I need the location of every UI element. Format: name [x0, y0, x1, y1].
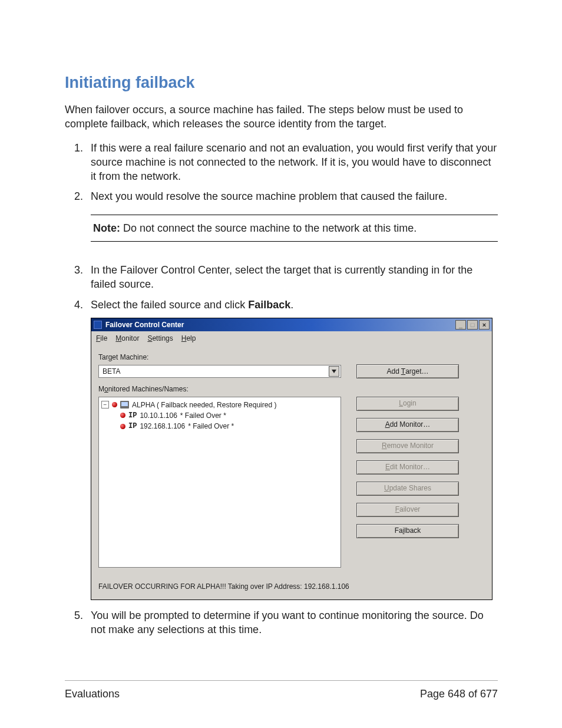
tree-ip1-value: 10.10.1.106: [140, 411, 177, 420]
step-2: Next you would resolve the source machin…: [86, 189, 498, 242]
ip-icon: IP: [128, 411, 137, 420]
note-label: Note:: [93, 222, 120, 234]
menu-bar: File Monitor Settings Help: [91, 331, 492, 345]
tree-root-alpha[interactable]: − ALPHA ( Failback needed, Restore Requi…: [100, 400, 339, 410]
step-4-bold: Failback: [248, 299, 290, 311]
ip-icon: IP: [128, 421, 137, 431]
app-icon: [94, 321, 102, 329]
footer-right: Page 648 of 677: [420, 688, 498, 700]
step-2-text: Next you would resolve the source machin…: [91, 190, 447, 202]
menu-monitor[interactable]: Monitor: [115, 334, 139, 343]
add-monitor-button[interactable]: Add Monitor…: [356, 418, 459, 432]
status-dot-icon: [120, 424, 125, 429]
minimize-button[interactable]: _: [455, 320, 466, 330]
add-target-button[interactable]: Add Target…: [356, 364, 459, 378]
steps-list: If this were a real failure scenario and…: [65, 141, 498, 637]
status-line: FAILOVER OCCURRING FOR ALPHA!!! Taking o…: [98, 574, 485, 591]
computer-icon: [120, 401, 129, 409]
note-text: Do not connect the source machine to the…: [120, 222, 416, 234]
failover-button[interactable]: Failover: [356, 503, 459, 517]
remove-monitor-button[interactable]: Remove Monitor: [356, 439, 459, 453]
button-column: Login Add Monitor… Remove Monitor Edit M…: [356, 397, 459, 538]
step-4: Select the failed source and click Failb…: [86, 298, 498, 600]
window-title: Failover Control Center: [105, 320, 184, 330]
section-title: Initiating failback: [65, 74, 498, 92]
footer-left: Evaluations: [65, 688, 120, 700]
tree-toggle-icon[interactable]: −: [101, 401, 109, 409]
login-button[interactable]: Login: [356, 397, 459, 411]
monitored-machines-label: Monitored Machines/Names:: [98, 384, 485, 394]
chevron-down-icon[interactable]: [329, 366, 339, 377]
target-machine-label: Target Machine:: [98, 353, 485, 362]
target-machine-value: BETA: [103, 367, 329, 376]
tree-ip2-value: 192.168.1.106: [140, 421, 185, 431]
step-5: You will be prompted to determine if you…: [86, 608, 498, 637]
target-machine-dropdown[interactable]: BETA: [98, 365, 341, 378]
tree-ip-row-1[interactable]: IP 10.10.1.106 * Failed Over *: [100, 410, 339, 421]
update-shares-button[interactable]: Update Shares: [356, 482, 459, 496]
close-button[interactable]: ×: [479, 320, 490, 330]
menu-settings[interactable]: Settings: [147, 334, 173, 343]
window-titlebar: Failover Control Center _ □ ×: [91, 318, 492, 331]
step-4-post: .: [290, 299, 293, 311]
tree-root-label: ALPHA ( Failback needed, Restore Require…: [132, 400, 276, 410]
failover-control-center-window: Failover Control Center _ □ × File Monit…: [91, 318, 492, 600]
status-dot-icon: [112, 402, 117, 407]
edit-monitor-button[interactable]: Edit Monitor…: [356, 460, 459, 475]
page-footer: Evaluations Page 648 of 677: [65, 680, 498, 700]
menu-help[interactable]: Help: [181, 334, 196, 343]
tree-ip2-status: * Failed Over *: [188, 421, 234, 431]
tree-ip-row-2[interactable]: IP 192.168.1.106 * Failed Over *: [100, 421, 339, 431]
status-dot-icon: [120, 413, 125, 418]
monitored-machines-tree[interactable]: − ALPHA ( Failback needed, Restore Requi…: [98, 397, 341, 568]
maximize-button[interactable]: □: [467, 320, 478, 330]
step-1: If this were a real failure scenario and…: [86, 141, 498, 184]
failback-button[interactable]: Failback: [356, 524, 459, 538]
step-4-pre: Select the failed source and click: [91, 299, 248, 311]
step-3: In the Failover Control Center, select t…: [86, 263, 498, 292]
tree-ip1-status: * Failed Over *: [180, 411, 226, 420]
note-box: Note: Do not connect the source machine …: [91, 215, 498, 242]
menu-file[interactable]: File: [96, 334, 107, 343]
intro-paragraph: When failover occurs, a source machine h…: [65, 103, 498, 131]
